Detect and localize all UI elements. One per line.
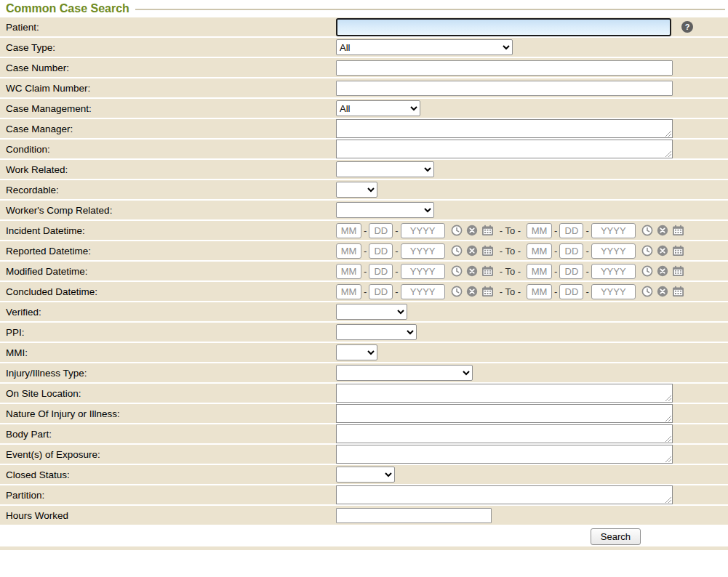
date-month-input[interactable]: [527, 284, 552, 299]
calendar-icon[interactable]: [672, 245, 684, 257]
date-year-input[interactable]: [401, 264, 445, 279]
date-separator: -: [395, 246, 398, 257]
calendar-icon[interactable]: [481, 225, 494, 236]
verified-select[interactable]: [336, 304, 407, 320]
calendar-icon[interactable]: [481, 265, 494, 277]
date-year-input[interactable]: [591, 243, 636, 259]
case-number-input[interactable]: [336, 60, 673, 76]
date-separator: -: [364, 266, 367, 277]
date-year-input[interactable]: [401, 284, 445, 299]
clear-date-icon[interactable]: [466, 225, 478, 236]
row-patient: Patient: ?: [0, 17, 728, 38]
date-year-input[interactable]: [401, 243, 445, 259]
calendar-icon[interactable]: [672, 225, 684, 236]
date-year-input[interactable]: [591, 284, 636, 299]
body-part-textarea[interactable]: [336, 424, 673, 443]
time-picker-icon[interactable]: [451, 225, 463, 236]
injury-illness-type-select[interactable]: [336, 365, 473, 381]
date-day-input[interactable]: [559, 243, 583, 259]
help-icon[interactable]: ?: [681, 21, 693, 33]
mmi-select[interactable]: [336, 344, 377, 360]
row-nature-of-injury: Nature Of Injury or Illness:: [0, 404, 728, 424]
nature-of-injury-label: Nature Of Injury or Illness:: [0, 408, 330, 419]
on-site-location-textarea[interactable]: [336, 384, 673, 403]
calendar-icon[interactable]: [481, 245, 494, 257]
time-picker-icon[interactable]: [641, 225, 653, 236]
calendar-icon[interactable]: [672, 265, 684, 277]
modified-datetime-label: Modified Datetime:: [0, 266, 330, 277]
time-picker-icon[interactable]: [451, 245, 463, 257]
row-case-management: Case Management: All: [0, 99, 728, 119]
date-day-input[interactable]: [559, 223, 583, 238]
date-month-input[interactable]: [336, 284, 361, 299]
date-day-input[interactable]: [369, 243, 393, 259]
workers-comp-related-select[interactable]: [336, 202, 434, 218]
row-on-site-location: On Site Location:: [0, 384, 728, 404]
date-day-input[interactable]: [369, 284, 393, 299]
time-picker-icon[interactable]: [641, 245, 653, 257]
date-year-input[interactable]: [591, 223, 636, 238]
date-day-input[interactable]: [559, 284, 583, 299]
search-button[interactable]: Search: [591, 528, 641, 545]
case-management-select[interactable]: All: [336, 100, 420, 116]
time-picker-icon[interactable]: [641, 265, 653, 277]
concluded-datetime-label: Concluded Datetime:: [0, 286, 330, 297]
clear-date-icon[interactable]: [657, 225, 668, 236]
bottom-strip: [0, 546, 728, 550]
closed-status-select[interactable]: [336, 467, 395, 483]
events-of-exposure-textarea[interactable]: [336, 445, 673, 464]
date-separator: -: [395, 286, 398, 297]
recordable-select[interactable]: [336, 182, 377, 198]
clear-date-icon[interactable]: [466, 265, 478, 277]
case-manager-textarea[interactable]: [336, 119, 673, 138]
date-from-group: - -: [336, 284, 494, 299]
date-to-label: - To -: [500, 246, 521, 257]
clear-date-icon[interactable]: [657, 245, 668, 257]
date-month-input[interactable]: [336, 243, 361, 259]
case-management-label: Case Management:: [0, 103, 330, 114]
row-verified: Verified:: [0, 302, 728, 323]
time-picker-icon[interactable]: [451, 265, 463, 277]
date-from-group: - -: [336, 243, 494, 259]
date-day-input[interactable]: [369, 264, 393, 279]
work-related-select[interactable]: [336, 161, 434, 177]
date-day-input[interactable]: [559, 264, 583, 279]
date-month-input[interactable]: [527, 223, 552, 238]
partition-label: Partition:: [0, 490, 330, 501]
date-to-label: - To -: [500, 225, 521, 236]
clear-date-icon[interactable]: [657, 286, 668, 297]
wc-claim-number-input[interactable]: [336, 81, 673, 96]
date-to-group: - -: [527, 243, 684, 259]
date-to-label: - To -: [500, 286, 521, 297]
clear-date-icon[interactable]: [657, 265, 668, 277]
date-separator: -: [554, 286, 557, 297]
row-recordable: Recordable:: [0, 180, 728, 201]
mmi-label: MMI:: [0, 347, 330, 358]
row-workers-comp-related: Worker's Comp Related:: [0, 201, 728, 221]
patient-input[interactable]: [336, 18, 671, 36]
events-of-exposure-label: Event(s) of Exposure:: [0, 449, 330, 460]
clear-date-icon[interactable]: [466, 245, 478, 257]
clear-date-icon[interactable]: [466, 286, 478, 297]
case-type-label: Case Type:: [0, 42, 330, 53]
ppi-select[interactable]: [336, 324, 417, 340]
date-day-input[interactable]: [369, 223, 393, 238]
hours-worked-input[interactable]: [336, 508, 492, 523]
time-picker-icon[interactable]: [451, 286, 463, 297]
row-condition: Condition:: [0, 140, 728, 160]
partition-textarea[interactable]: [336, 485, 673, 504]
date-year-input[interactable]: [401, 223, 445, 238]
calendar-icon[interactable]: [672, 286, 684, 297]
date-month-input[interactable]: [336, 223, 361, 238]
date-separator: -: [585, 246, 588, 257]
date-month-input[interactable]: [527, 264, 552, 279]
date-year-input[interactable]: [591, 264, 636, 279]
time-picker-icon[interactable]: [641, 286, 653, 297]
hours-worked-label: Hours Worked: [0, 510, 330, 521]
nature-of-injury-textarea[interactable]: [336, 404, 673, 423]
date-month-input[interactable]: [336, 264, 361, 279]
date-month-input[interactable]: [527, 243, 552, 259]
condition-textarea[interactable]: [336, 140, 673, 158]
case-type-select[interactable]: All: [336, 39, 513, 55]
calendar-icon[interactable]: [481, 286, 494, 297]
